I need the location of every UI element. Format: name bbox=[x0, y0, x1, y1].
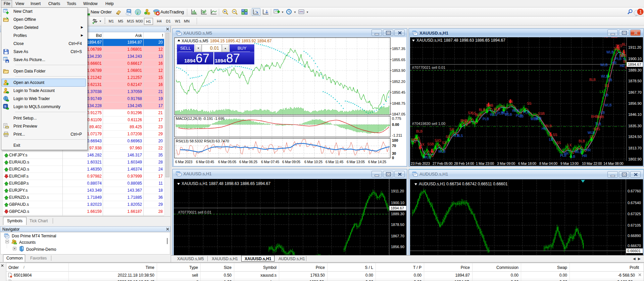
svg-text:0.775: 0.775 bbox=[392, 116, 401, 121]
svg-text:6 Mar 11:45: 6 Mar 11:45 bbox=[326, 160, 343, 164]
svg-text:LB: LB bbox=[519, 114, 524, 118]
svg-text:1856.90: 1856.90 bbox=[628, 101, 642, 105]
svg-text:TLB: TLB bbox=[595, 122, 601, 126]
svg-text:PLB: PLB bbox=[523, 110, 530, 114]
svg-text:70: 70 bbox=[392, 144, 396, 148]
svg-text:SLB: SLB bbox=[614, 47, 620, 50]
svg-text:23 Feb 2023: 23 Feb 2023 bbox=[411, 161, 430, 166]
svg-text:0.66890: 0.66890 bbox=[628, 234, 641, 238]
svg-text:6 Mar 10:25: 6 Mar 10:25 bbox=[304, 160, 323, 164]
svg-text:3 Mar 09:00: 3 Mar 09:00 bbox=[497, 161, 515, 166]
svg-text:1824.50: 1824.50 bbox=[628, 135, 642, 139]
svg-text:0.66670: 0.66670 bbox=[628, 244, 641, 248]
svg-text:HR: HR bbox=[564, 152, 568, 155]
svg-text:WLS: WLS bbox=[490, 113, 497, 116]
svg-text:BLB: BLB bbox=[611, 37, 617, 39]
svg-text:BHB: BHB bbox=[486, 104, 493, 107]
svg-text:HR: HR bbox=[612, 61, 616, 65]
svg-text:1846.10: 1846.10 bbox=[628, 112, 642, 116]
svg-text:1878.50: 1878.50 bbox=[391, 223, 404, 227]
svg-text:1889.30: 1889.30 bbox=[628, 68, 642, 72]
svg-text:WLB: WLB bbox=[534, 116, 542, 120]
svg-text:LB: LB bbox=[549, 138, 553, 141]
svg-text:WLB: WLB bbox=[606, 50, 614, 54]
svg-text:SSB: SSB bbox=[464, 121, 471, 124]
svg-text:27 Feb 05:00: 27 Feb 05:00 bbox=[433, 161, 453, 166]
svg-text:1911.20: 1911.20 bbox=[628, 45, 641, 49]
svg-text:6 Mar 07:45: 6 Mar 07:45 bbox=[261, 160, 279, 164]
svg-text:1867.70: 1867.70 bbox=[628, 90, 642, 94]
svg-text:1 Mar 23:00: 1 Mar 23:00 bbox=[476, 161, 494, 166]
svg-text:6 Mar 09:05: 6 Mar 09:05 bbox=[282, 160, 300, 164]
svg-text:6 Mar 2023: 6 Mar 2023 bbox=[175, 160, 192, 164]
svg-text:WLS: WLS bbox=[512, 109, 519, 112]
svg-text:#70770021 sell 0.01: #70770021 sell 0.01 bbox=[412, 65, 445, 69]
svg-text:SS: SS bbox=[446, 135, 450, 139]
svg-text:WLB: WLB bbox=[604, 103, 612, 107]
svg-text:0.67760: 0.67760 bbox=[628, 189, 641, 193]
svg-text:-1.211: -1.211 bbox=[392, 133, 402, 137]
svg-text:0: 0 bbox=[392, 156, 394, 160]
svg-text:0.67105: 0.67105 bbox=[628, 223, 641, 227]
svg-text:1900.10: 1900.10 bbox=[628, 57, 642, 61]
svg-text:SX: SX bbox=[442, 141, 447, 145]
svg-text:6 Mar 06:25: 6 Mar 06:25 bbox=[239, 160, 257, 164]
svg-text:HI: HI bbox=[604, 37, 608, 39]
svg-text:HM: HM bbox=[412, 138, 418, 141]
svg-text:TLS: TLS bbox=[457, 134, 463, 138]
svg-text:6 Mar 03:45: 6 Mar 03:45 bbox=[196, 160, 214, 164]
svg-text:1852.20: 1852.20 bbox=[392, 80, 405, 84]
svg-text:SSB: SSB bbox=[538, 112, 545, 115]
svg-text:SS: SS bbox=[527, 102, 532, 105]
svg-text:LX: LX bbox=[567, 143, 572, 147]
svg-text:LX: LX bbox=[600, 90, 604, 94]
svg-text:6 Mar 13:05: 6 Mar 13:05 bbox=[347, 160, 365, 164]
svg-text:SX: SX bbox=[420, 143, 425, 146]
svg-text:1894.67: 1894.67 bbox=[391, 206, 404, 210]
svg-text:6 Mar 14:25: 6 Mar 14:25 bbox=[368, 160, 386, 164]
svg-text:#70770021 sell 0.01: #70770021 sell 0.01 bbox=[178, 210, 211, 214]
svg-text:WLB: WLB bbox=[575, 150, 582, 154]
svg-text:SX: SX bbox=[449, 128, 454, 131]
svg-text:SS: SS bbox=[556, 141, 561, 145]
svg-text:1867.70: 1867.70 bbox=[391, 234, 404, 238]
svg-text:BLB: BLB bbox=[416, 130, 423, 133]
svg-text:1900.10: 1900.10 bbox=[391, 201, 404, 205]
svg-text:1813.70: 1813.70 bbox=[628, 146, 642, 150]
svg-text:1853.90: 1853.90 bbox=[392, 68, 405, 73]
svg-text:1894.67: 1894.67 bbox=[628, 62, 641, 66]
svg-text:#70419830 sell 1.00: #70419830 sell 1.00 bbox=[412, 122, 445, 126]
svg-text:1857.35: 1857.35 bbox=[392, 47, 405, 51]
svg-text:6 Mar 05:05: 6 Mar 05:05 bbox=[218, 160, 236, 164]
svg-text:BLB: BLB bbox=[494, 107, 500, 111]
svg-text:100: 100 bbox=[392, 138, 398, 142]
svg-text:1889.30: 1889.30 bbox=[391, 212, 404, 216]
svg-text:BLB: BLB bbox=[589, 78, 596, 82]
svg-text:1: 1 bbox=[639, 9, 642, 14]
svg-text:0.67325: 0.67325 bbox=[628, 212, 641, 216]
svg-text:XAUUSD.s,M5: XAUUSD.s,M5 bbox=[182, 39, 208, 43]
svg-text:1848.75: 1848.75 bbox=[392, 101, 405, 105]
svg-text:1855.65: 1855.65 bbox=[392, 58, 405, 62]
svg-text:8 Mar 04:00: 8 Mar 04:00 bbox=[539, 161, 557, 166]
svg-text:SXS: SXS bbox=[435, 139, 441, 142]
svg-text:BLB: BLB bbox=[475, 113, 482, 117]
svg-text:LB: LB bbox=[604, 93, 609, 97]
svg-text:MACD(12,26,9) -0.191 -1.695: MACD(12,26,9) -0.191 -1.695 bbox=[176, 116, 225, 121]
svg-text:SXS: SXS bbox=[593, 127, 600, 131]
svg-text:WLS: WLS bbox=[424, 155, 431, 159]
svg-text:30: 30 bbox=[392, 151, 396, 155]
svg-text:AUDUSD.s,H1 0.66734 0.66742 0: AUDUSD.s,H1 0.66734 0.66742 0.66511 0.66… bbox=[419, 182, 508, 186]
svg-text:10 Mar 22:00: 10 Mar 22:00 bbox=[582, 161, 602, 166]
svg-text:LX: LX bbox=[590, 135, 594, 139]
svg-text:28 Feb 14:00: 28 Feb 14:00 bbox=[454, 161, 474, 166]
svg-text:BLB: BLB bbox=[545, 124, 552, 128]
svg-text:1847.05: 1847.05 bbox=[392, 112, 405, 116]
svg-text:SS: SS bbox=[508, 100, 513, 103]
svg-text:1878.50: 1878.50 bbox=[628, 79, 642, 83]
svg-text:14 Mar 08:00: 14 Mar 08:00 bbox=[603, 161, 624, 166]
svg-text:1802.90: 1802.90 bbox=[628, 157, 642, 161]
svg-text:BHB: BHB bbox=[597, 115, 604, 119]
svg-text:PLB: PLB bbox=[483, 117, 489, 121]
svg-text:LB: LB bbox=[601, 111, 605, 114]
